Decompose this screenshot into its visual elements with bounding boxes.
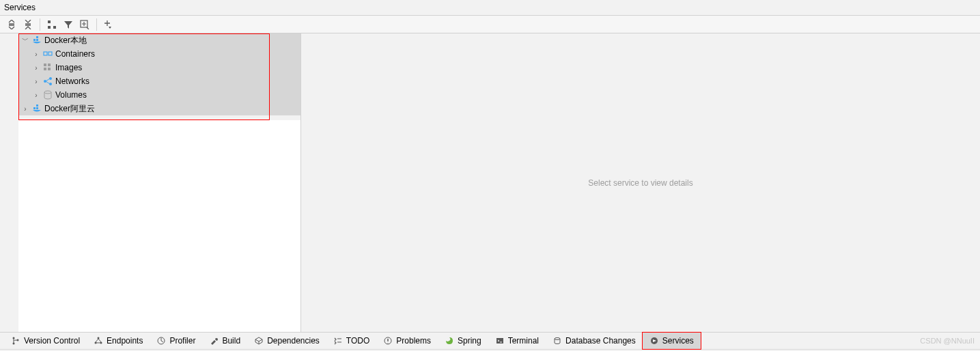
tree-node-label: Docker阿里云 <box>44 103 95 115</box>
tab-label: Build <box>222 336 240 346</box>
docker-icon <box>32 36 42 45</box>
tab-spring[interactable]: Spring <box>438 333 488 349</box>
svg-point-29 <box>555 338 560 340</box>
svg-rect-0 <box>48 20 51 23</box>
spring-icon <box>445 336 454 346</box>
tree-node-label: Networks <box>55 76 89 86</box>
tab-label: TODO <box>346 336 369 346</box>
tab-label: Spring <box>458 336 481 346</box>
tab-label: Profiler <box>169 336 195 346</box>
chevron-right-icon: › <box>32 78 40 85</box>
profiler-icon <box>156 336 166 346</box>
svg-rect-9 <box>44 64 46 66</box>
filter-button[interactable] <box>61 17 76 32</box>
build-icon <box>209 336 219 346</box>
svg-rect-6 <box>36 36 38 38</box>
tab-problems[interactable]: Problems <box>376 333 438 349</box>
toolbar-separator <box>40 18 40 31</box>
services-toolbar <box>0 16 980 33</box>
svg-rect-5 <box>36 39 38 41</box>
svg-rect-10 <box>48 64 51 66</box>
tree-node-label: Volumes <box>55 90 87 100</box>
branch-icon <box>11 336 20 346</box>
svg-rect-17 <box>33 107 36 109</box>
containers-icon <box>43 49 53 59</box>
tab-terminal[interactable]: Terminal <box>488 333 546 349</box>
chevron-right-icon: › <box>32 92 40 99</box>
database-icon <box>552 336 562 346</box>
tab-label: Problems <box>396 336 431 346</box>
panel-title: Services <box>4 3 36 12</box>
tab-label: Services <box>662 336 694 346</box>
chevron-right-icon: › <box>32 51 40 58</box>
terminal-icon <box>495 336 505 346</box>
services-tree-panel: ﹀ Docker本地 › Containers › <box>0 33 301 332</box>
svg-rect-2 <box>53 26 56 29</box>
tab-database-changes[interactable]: Database Changes <box>546 333 643 349</box>
svg-rect-8 <box>48 52 52 55</box>
svg-rect-12 <box>48 68 51 70</box>
tree-node-containers[interactable]: › Containers <box>18 47 300 61</box>
svg-point-16 <box>44 91 51 94</box>
main-area: ﹀ Docker本地 › Containers › <box>0 33 980 332</box>
tab-dependencies[interactable]: Dependencies <box>247 333 326 349</box>
tab-label: Dependencies <box>267 336 320 346</box>
svg-rect-7 <box>44 52 47 55</box>
networks-icon <box>43 76 53 86</box>
tab-build[interactable]: Build <box>202 333 247 349</box>
tab-profiler[interactable]: Profiler <box>150 333 202 349</box>
tree-node-images[interactable]: › Images <box>18 61 300 74</box>
tree-node-volumes[interactable]: › Volumes <box>18 88 300 102</box>
dependencies-icon <box>254 336 264 346</box>
tab-label: Endpoints <box>107 336 143 346</box>
svg-rect-18 <box>36 107 38 109</box>
add-service-button[interactable] <box>101 17 116 32</box>
docker-icon <box>32 104 42 113</box>
services-tree[interactable]: ﹀ Docker本地 › Containers › <box>18 33 300 115</box>
tab-todo[interactable]: TODO <box>326 333 376 349</box>
chevron-down-icon: ﹀ <box>21 36 29 45</box>
collapse-all-button[interactable] <box>20 17 36 32</box>
svg-rect-11 <box>44 68 46 70</box>
tab-services[interactable]: Services <box>643 333 701 349</box>
tree-node-label: Docker本地 <box>44 35 87 46</box>
images-icon <box>43 63 53 72</box>
tree-node-docker-aliyun[interactable]: › Docker阿里云 <box>18 102 300 115</box>
tab-label: Version Control <box>24 336 80 346</box>
tree-empty-area <box>18 120 300 332</box>
tab-endpoints[interactable]: Endpoints <box>87 333 150 349</box>
tree-node-label: Images <box>55 63 82 72</box>
tree-node-docker-local[interactable]: ﹀ Docker本地 <box>18 33 300 47</box>
problems-icon <box>383 336 393 346</box>
volumes-icon <box>43 90 53 100</box>
svg-rect-19 <box>36 104 38 107</box>
toolbar-separator <box>96 18 97 31</box>
tab-version-control[interactable]: Version Control <box>4 333 87 349</box>
tool-window-bar: Version Control Endpoints Profiler Build… <box>0 332 980 350</box>
group-by-button[interactable] <box>44 17 59 32</box>
endpoints-icon <box>94 336 103 346</box>
open-new-tab-button[interactable] <box>77 17 92 32</box>
panel-title-bar: Services <box>0 0 980 16</box>
todo-icon <box>333 336 343 346</box>
detail-placeholder: Select service to view details <box>588 178 692 188</box>
svg-rect-1 <box>48 26 51 29</box>
expand-all-button[interactable] <box>4 17 19 32</box>
services-icon <box>649 336 659 346</box>
tree-node-label: Containers <box>55 49 95 59</box>
watermark: CSDN @NNuuII <box>920 337 975 345</box>
tree-node-networks[interactable]: › Networks <box>18 74 300 88</box>
tab-label: Database Changes <box>565 336 636 346</box>
svg-rect-4 <box>33 39 36 41</box>
tab-label: Terminal <box>508 336 539 346</box>
chevron-right-icon: › <box>21 105 29 113</box>
chevron-right-icon: › <box>32 64 40 72</box>
detail-panel: Select service to view details <box>301 33 980 332</box>
